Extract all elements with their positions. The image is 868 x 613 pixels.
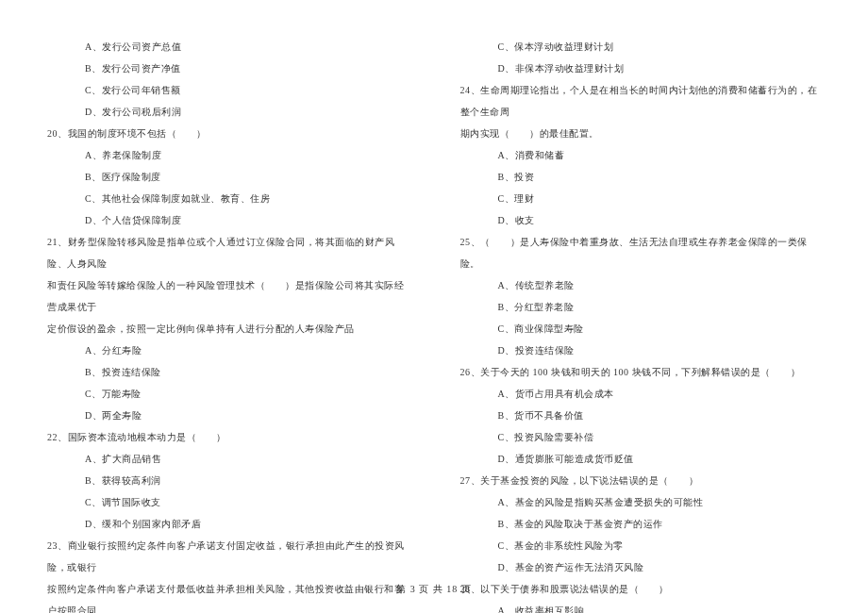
answer-option: C、调节国际收支 bbox=[47, 491, 409, 513]
answer-option: A、基金的风险是指购买基金遭受损失的可能性 bbox=[460, 491, 822, 513]
answer-option: A、分红寿险 bbox=[47, 340, 409, 361]
answer-option: C、发行公司年销售额 bbox=[47, 79, 409, 101]
question-line: 期内实现（ ）的最佳配置。 bbox=[460, 123, 822, 144]
answer-option: B、货币不具备价值 bbox=[460, 405, 822, 426]
question-line: 25、（ ）是人寿保险中着重身故、生活无法自理或生存养老金保障的一类保险。 bbox=[460, 231, 822, 274]
answer-option: B、投资 bbox=[460, 166, 822, 188]
question-line: 和责任风险等转嫁给保险人的一种风险管理技术（ ）是指保险公司将其实际经营成果优于 bbox=[47, 274, 409, 318]
answer-option: D、发行公司税后利润 bbox=[47, 101, 409, 123]
answer-option: D、基金的资产运作无法消灭风险 bbox=[460, 556, 822, 578]
answer-option: D、缓和个别国家内部矛盾 bbox=[47, 513, 409, 535]
answer-option: A、收益率相互影响 bbox=[460, 600, 822, 613]
question-line: 22、国际资本流动地根本动力是（ ） bbox=[47, 426, 409, 448]
question-line: 21、财务型保险转移风险是指单位或个人通过订立保险合同，将其面临的财产风险、人身… bbox=[47, 231, 409, 274]
left-column: A、发行公司资产总值B、发行公司资产净值C、发行公司年销售额D、发行公司税后利润… bbox=[47, 36, 409, 613]
answer-option: B、发行公司资产净值 bbox=[47, 58, 409, 79]
answer-option: A、传统型养老险 bbox=[460, 274, 822, 296]
answer-option: A、消费和储蓄 bbox=[460, 144, 822, 166]
answer-option: D、个人信贷保障制度 bbox=[47, 209, 409, 231]
answer-option: C、其他社会保障制度如就业、教育、住房 bbox=[47, 188, 409, 209]
answer-option: A、发行公司资产总值 bbox=[47, 36, 409, 58]
right-column: C、保本浮动收益理财计划D、非保本浮动收益理财计划24、生命周期理论指出，个人是… bbox=[460, 36, 822, 613]
question-line: 23、商业银行按照约定条件向客户承诺支付固定收益，银行承担由此产生的投资风险，或… bbox=[47, 535, 409, 578]
answer-option: B、基金的风险取决于基金资产的运作 bbox=[460, 513, 822, 535]
question-line: 27、关于基金投资的风险，以下说法错误的是（ ） bbox=[460, 470, 822, 491]
question-line: 24、生命周期理论指出，个人是在相当长的时间内计划他的消费和储蓄行为的，在整个生… bbox=[460, 79, 822, 123]
answer-option: C、投资风险需要补偿 bbox=[460, 426, 822, 448]
answer-option: B、获得较高利润 bbox=[47, 470, 409, 491]
answer-option: D、通货膨胀可能造成货币贬值 bbox=[460, 448, 822, 470]
answer-option: C、商业保障型寿险 bbox=[460, 318, 822, 340]
answer-option: B、医疗保险制度 bbox=[47, 166, 409, 188]
answer-option: B、投资连结保险 bbox=[47, 361, 409, 383]
answer-option: D、投资连结保险 bbox=[460, 340, 822, 361]
answer-option: D、收支 bbox=[460, 209, 822, 231]
question-line: 20、我国的制度环境不包括（ ） bbox=[47, 123, 409, 144]
answer-option: A、养老保险制度 bbox=[47, 144, 409, 166]
answer-option: A、货币占用具有机会成本 bbox=[460, 383, 822, 405]
answer-option: D、两全寿险 bbox=[47, 405, 409, 426]
exam-page: A、发行公司资产总值B、发行公司资产净值C、发行公司年销售额D、发行公司税后利润… bbox=[0, 0, 868, 613]
answer-option: D、非保本浮动收益理财计划 bbox=[460, 58, 822, 79]
answer-option: A、扩大商品销售 bbox=[47, 448, 409, 470]
page-footer: 第 3 页 共 18 页 bbox=[0, 583, 868, 596]
answer-option: C、保本浮动收益理财计划 bbox=[460, 36, 822, 58]
answer-option: C、基金的非系统性风险为零 bbox=[460, 535, 822, 556]
question-line: 定价假设的盈余，按照一定比例向保单持有人进行分配的人寿保险产品 bbox=[47, 318, 409, 340]
answer-option: B、分红型养老险 bbox=[460, 296, 822, 318]
answer-option: C、万能寿险 bbox=[47, 383, 409, 405]
question-line: 26、关于今天的 100 块钱和明天的 100 块钱不同，下列解释错误的是（ ） bbox=[460, 361, 822, 383]
answer-option: C、理财 bbox=[460, 188, 822, 209]
